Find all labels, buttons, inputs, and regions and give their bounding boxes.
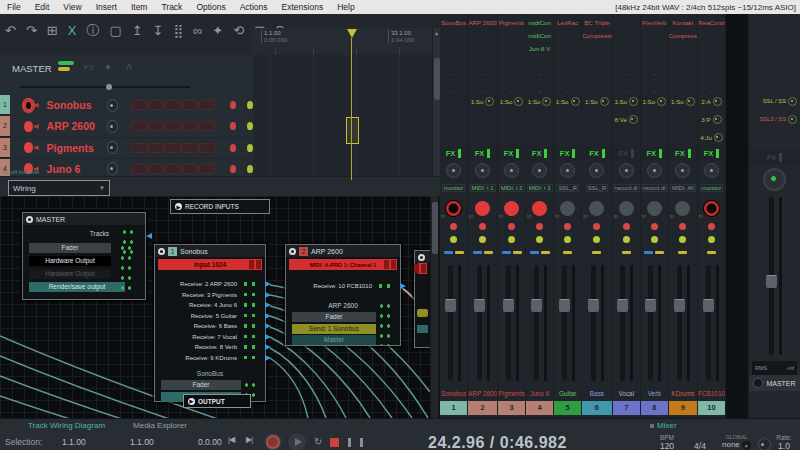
fader-row[interactable]: Fader <box>161 380 241 390</box>
send-slot[interactable]: 4:Ju <box>700 134 712 141</box>
pan-knob[interactable] <box>107 99 118 112</box>
node-collapse-icon[interactable] <box>26 216 33 223</box>
receive-row[interactable]: Receive: 9 KDrums <box>155 353 265 364</box>
receive-row[interactable]: Receive: 2 ARP 2600 <box>155 279 265 290</box>
master-pan-knob[interactable] <box>763 168 786 191</box>
automation-indicators[interactable] <box>698 246 725 259</box>
actor-icon[interactable]: ✦ <box>207 15 228 38</box>
channel-name[interactable]: Bass <box>582 387 612 401</box>
fx-button[interactable]: FX <box>669 146 697 160</box>
track-number-badge[interactable]: 3 <box>0 138 10 158</box>
channel-name[interactable]: FCB1010 <box>698 387 725 401</box>
fx-slot[interactable]: Compressi <box>582 29 612 42</box>
link-icon[interactable]: ∞ <box>188 15 207 38</box>
receive-row[interactable]: Receive: 6 Bass <box>155 321 265 332</box>
fx-slot[interactable]: ARP 2600 <box>468 16 497 29</box>
automation-indicators[interactable] <box>554 246 581 259</box>
pan-knob[interactable] <box>532 163 547 178</box>
empty-fx-slots[interactable] <box>613 58 640 92</box>
fx-button[interactable]: FX <box>613 146 640 160</box>
send-knob[interactable] <box>629 115 638 124</box>
wiring-view-select[interactable]: Wiring ▼ <box>8 180 110 196</box>
track-row[interactable]: 2 ARP 2600 <box>0 116 253 137</box>
track-name[interactable]: ARP 2600 <box>47 120 107 132</box>
marquee-icon[interactable]: ⊞ <box>42 15 63 38</box>
fx-button[interactable]: FX <box>468 146 497 160</box>
hardware-output-row[interactable]: Hardware Output <box>29 256 111 266</box>
channel-name[interactable]: KDrums <box>669 387 697 401</box>
pan-knob[interactable] <box>589 163 604 178</box>
send-slot[interactable]: 1:So <box>671 98 684 105</box>
menu-item[interactable]: Extensions <box>275 2 331 12</box>
channel-number-badge[interactable]: 6 <box>582 401 612 415</box>
channel-number-badge[interactable]: 1 <box>440 401 467 415</box>
fader-handle[interactable] <box>674 299 685 312</box>
fx-enable-indicator[interactable] <box>688 149 691 158</box>
master-send-row[interactable]: Master <box>292 335 376 345</box>
fx-enable-indicator[interactable] <box>487 149 490 158</box>
pan-knob[interactable] <box>475 163 490 178</box>
send-knob[interactable] <box>485 97 494 106</box>
empty-fx-slots[interactable] <box>698 58 725 92</box>
input-label[interactable]: monitor <box>442 184 465 192</box>
menu-item[interactable]: Options <box>189 2 232 12</box>
docker-tab[interactable]: Media Explorer <box>133 421 187 430</box>
record-arm-button[interactable] <box>589 201 604 216</box>
mute-button[interactable] <box>651 223 658 230</box>
mute-button[interactable] <box>230 122 236 130</box>
empty-fx-slots[interactable] <box>526 58 553 92</box>
mute-button[interactable] <box>230 144 236 152</box>
fader-handle[interactable] <box>703 299 714 312</box>
pan-knob[interactable] <box>107 141 118 154</box>
input-label[interactable]: MIDI: All <box>670 184 696 192</box>
automation-indicators[interactable] <box>669 246 697 259</box>
input-label[interactable]: SSL_R <box>556 184 578 192</box>
channel-name[interactable]: Verb <box>641 387 668 401</box>
pan-knob[interactable] <box>675 163 690 178</box>
channel-name[interactable]: Sonobus <box>440 387 467 401</box>
send-slot[interactable]: 3:P <box>701 116 710 123</box>
send-knob[interactable] <box>713 115 722 124</box>
receive-row[interactable]: Receive: 5 Guitar <box>155 311 265 322</box>
volume-fader[interactable] <box>562 265 567 381</box>
track-name[interactable]: Sonobus <box>47 99 107 111</box>
receive-row[interactable]: Receive: 3 Pigments <box>155 290 265 301</box>
send-pin[interactable] <box>417 309 428 317</box>
empty-fx-slots[interactable] <box>582 58 612 92</box>
volume-fader[interactable] <box>534 265 539 381</box>
send-knob[interactable] <box>629 97 638 106</box>
input-row[interactable]: Input 1024 <box>158 259 262 270</box>
record-arm-button[interactable] <box>504 201 519 216</box>
record-arm-button[interactable] <box>675 201 690 216</box>
fader-handle[interactable] <box>766 275 777 288</box>
fx-button[interactable]: FX <box>641 146 668 160</box>
mute-button[interactable] <box>564 223 571 230</box>
solo-button[interactable] <box>593 236 600 243</box>
fx-button[interactable]: FX <box>582 146 612 160</box>
redo-icon[interactable]: ↷ <box>21 15 42 38</box>
undo-icon[interactable]: ↶ <box>0 15 21 38</box>
menu-item[interactable]: File <box>0 2 28 12</box>
mute-button[interactable] <box>479 223 486 230</box>
fx-button[interactable]: FX <box>554 146 581 160</box>
fx-enable-indicator[interactable] <box>631 149 634 158</box>
send-knob[interactable] <box>657 97 666 106</box>
fx-slot[interactable]: SonoBus <box>440 16 467 29</box>
fx-slot[interactable]: Compress <box>669 29 697 42</box>
send-knob[interactable] <box>571 97 580 106</box>
routing-buttons[interactable] <box>132 165 214 173</box>
node-collapse-icon[interactable] <box>289 248 296 255</box>
channel-name[interactable]: ARP 2600 <box>468 387 497 401</box>
selected-item-outline[interactable] <box>346 117 359 144</box>
mouse-modifier-icon[interactable]: X <box>63 15 82 38</box>
record-arm-icon[interactable] <box>24 121 33 132</box>
routing-buttons[interactable] <box>132 101 214 109</box>
fx-slot[interactable]: Jun-6 V <box>526 42 553 55</box>
fader-handle[interactable] <box>445 299 456 312</box>
channel-number-badge[interactable]: 7 <box>613 401 640 415</box>
document-icon[interactable]: ▢ <box>104 15 126 38</box>
solo-button[interactable] <box>679 236 686 243</box>
mute-button[interactable] <box>593 223 600 230</box>
fx-slot[interactable]: LexRac <box>554 16 581 29</box>
fx-button[interactable]: FX <box>698 146 725 160</box>
